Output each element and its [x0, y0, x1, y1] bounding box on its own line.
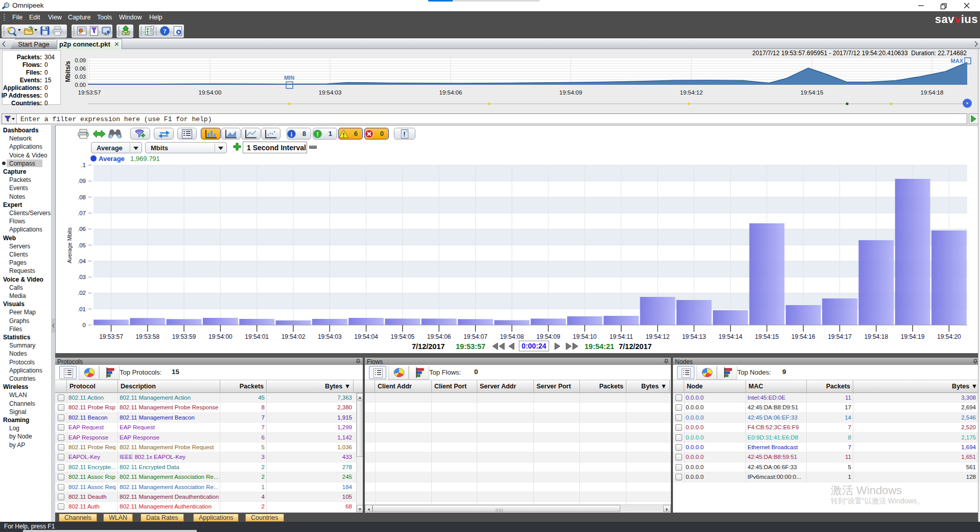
svg-text:0.09: 0.09 [75, 57, 86, 63]
svg-text:19:54:18: 19:54:18 [864, 333, 888, 340]
svg-text:19:54:05: 19:54:05 [391, 333, 415, 340]
svg-text:19:53:58: 19:53:58 [135, 333, 159, 340]
svg-text:Mbits/s: Mbits/s [64, 61, 72, 82]
svg-text:19:53:57: 19:53:57 [78, 89, 101, 96]
svg-text:19:54:13: 19:54:13 [682, 333, 706, 340]
svg-text:.01: .01 [78, 306, 86, 312]
svg-text:19:54:04: 19:54:04 [354, 333, 378, 340]
svg-text:MAX: MAX [951, 58, 964, 64]
svg-text:0.00: 0.00 [75, 82, 86, 88]
svg-text:19:54:07: 19:54:07 [463, 333, 487, 340]
svg-text:19:54:12: 19:54:12 [680, 89, 703, 96]
svg-text:19:53:57: 19:53:57 [456, 342, 485, 351]
svg-text:19:54:09: 19:54:09 [536, 333, 561, 340]
svg-text:MIN: MIN [284, 75, 294, 81]
svg-text:19:54:20: 19:54:20 [937, 333, 961, 340]
svg-text:0.06: 0.06 [75, 65, 86, 72]
svg-text:0.03: 0.03 [75, 74, 86, 80]
svg-text:.03: .03 [78, 274, 86, 280]
svg-text:7/12/2017: 7/12/2017 [412, 342, 445, 351]
svg-text:19:53:59: 19:53:59 [172, 333, 196, 340]
svg-text:Average Mbits: Average Mbits [66, 227, 73, 263]
svg-text:19:54:02: 19:54:02 [282, 333, 306, 340]
svg-text:0: 0 [83, 322, 86, 328]
svg-text:.02: .02 [78, 290, 86, 296]
svg-text:.08: .08 [78, 194, 86, 200]
svg-text:19:54:17: 19:54:17 [828, 333, 852, 340]
svg-text:19:54:09: 19:54:09 [559, 89, 582, 96]
svg-text:.07: .07 [78, 210, 86, 216]
svg-text:19:54:03: 19:54:03 [318, 333, 342, 340]
svg-text:19:54:00: 19:54:00 [208, 333, 232, 340]
svg-text:19:54:16: 19:54:16 [791, 333, 815, 340]
svg-text:19:53:57: 19:53:57 [99, 333, 123, 340]
svg-text:19:54:03: 19:54:03 [319, 89, 342, 96]
svg-text:19:54:06: 19:54:06 [427, 333, 451, 340]
svg-text:.04: .04 [78, 258, 86, 264]
svg-text:.06: .06 [78, 226, 86, 232]
svg-text:.05: .05 [78, 242, 86, 248]
svg-text:19:54:08: 19:54:08 [500, 333, 524, 340]
svg-text:19:54:12: 19:54:12 [646, 333, 670, 340]
svg-text:19:54:19: 19:54:19 [901, 333, 925, 340]
svg-text:19:54:11: 19:54:11 [610, 333, 633, 340]
svg-text:0:00:24: 0:00:24 [522, 342, 546, 350]
svg-text:19:54:10: 19:54:10 [573, 333, 597, 340]
svg-text:19:54:18: 19:54:18 [921, 89, 944, 96]
svg-text:19:54:15: 19:54:15 [801, 89, 824, 96]
svg-text:19:54:01: 19:54:01 [245, 333, 269, 340]
svg-text:.09: .09 [78, 178, 86, 184]
svg-text:19:54:21: 19:54:21 [585, 342, 614, 351]
svg-text:?: ? [163, 27, 167, 35]
svg-text:.1: .1 [81, 162, 86, 168]
svg-text:19:54:14: 19:54:14 [718, 333, 742, 340]
svg-text:19:54:06: 19:54:06 [439, 89, 462, 96]
svg-text:19:54:15: 19:54:15 [755, 333, 779, 340]
svg-text:7/12/2017: 7/12/2017 [619, 342, 652, 351]
svg-text:19:54:00: 19:54:00 [199, 89, 222, 96]
